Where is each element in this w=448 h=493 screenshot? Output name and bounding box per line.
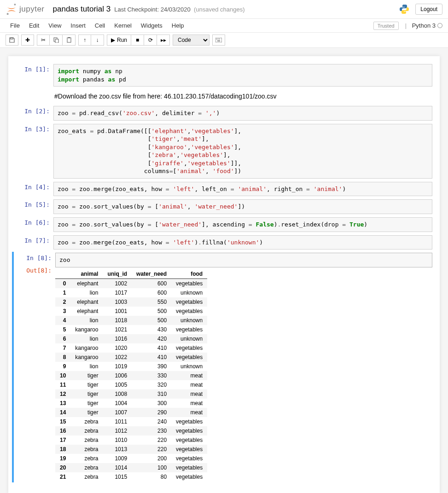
interrupt-button[interactable]: ■ <box>131 35 144 46</box>
kernel-status-icon <box>437 23 442 28</box>
code-cell[interactable]: In [6]: zoo = zoo.sort_values(by = ['wat… <box>12 216 436 233</box>
table-row: 7kangaroo1020410vegetables <box>55 343 207 353</box>
cut-button[interactable]: ✂ <box>37 35 50 46</box>
table-cell: 430 <box>132 325 171 334</box>
python-logo-icon <box>399 4 410 15</box>
row-index: 11 <box>55 380 70 389</box>
code-input[interactable]: zoo_eats = pd.DataFrame([['elephant','ve… <box>53 124 432 179</box>
table-cell: 300 <box>132 399 171 408</box>
copy-icon <box>53 37 59 43</box>
input-prompt: In [3]: <box>12 124 53 179</box>
table-row: 15zebra1011240vegetables <box>55 417 207 426</box>
table-cell: 420 <box>132 334 171 343</box>
table-cell: zebra <box>70 417 103 426</box>
table-cell: 600 <box>132 288 171 297</box>
save-button[interactable] <box>6 35 18 46</box>
notebook-title[interactable]: pandas tutorial 3 <box>53 5 111 14</box>
table-cell: zebra <box>70 472 103 481</box>
table-cell: zebra <box>70 454 103 463</box>
table-cell: 230 <box>132 426 171 435</box>
row-index: 5 <box>55 325 70 334</box>
code-cell[interactable]: In [2]: zoo = pd.read_csv('zoo.csv', del… <box>12 105 436 122</box>
table-cell: 1010 <box>103 435 132 445</box>
table-cell: vegetables <box>171 454 207 463</box>
code-input[interactable]: zoo = zoo.sort_values(by = ['animal', 'w… <box>53 199 432 214</box>
table-cell: 80 <box>132 472 171 481</box>
menu-widgets[interactable]: Widgets <box>136 20 167 31</box>
kernel-indicator[interactable]: | Python 3 <box>405 22 442 29</box>
restart-run-all-button[interactable]: ▸▸ <box>157 35 170 46</box>
table-cell: kangaroo <box>70 343 103 353</box>
paste-icon <box>66 37 72 43</box>
command-palette-button[interactable] <box>212 35 225 46</box>
table-cell: 550 <box>132 297 171 307</box>
code-input[interactable]: zoo = zoo.merge(zoo_eats, how = 'left', … <box>53 182 432 197</box>
table-cell: 1008 <box>103 389 132 399</box>
row-index: 17 <box>55 435 70 445</box>
code-cell[interactable]: In [7]: zoo = zoo.merge(zoo_eats, how = … <box>12 234 436 251</box>
table-row: 9lion1019390unknown <box>55 362 207 371</box>
table-cell: 200 <box>132 454 171 463</box>
code-cell[interactable]: In [5]: zoo = zoo.sort_values(by = ['ani… <box>12 198 436 215</box>
code-input[interactable]: zoo = zoo.sort_values(by = ['water_need'… <box>53 217 432 232</box>
add-cell-button[interactable]: ✚ <box>21 35 34 46</box>
copy-button[interactable] <box>50 35 63 46</box>
menu-edit[interactable]: Edit <box>24 20 44 31</box>
code-cell[interactable]: In [4]: zoo = zoo.merge(zoo_eats, how = … <box>12 181 436 197</box>
table-header <box>55 269 70 279</box>
logo-text: jupyter <box>19 5 45 14</box>
code-cell[interactable]: In [3]: zoo_eats = pd.DataFrame([['eleph… <box>12 123 436 180</box>
code-cell[interactable]: In [1]: import numpy as np import pandas… <box>12 63 436 87</box>
table-cell: 1016 <box>103 334 132 343</box>
run-button[interactable]: ▶Run <box>107 35 131 46</box>
menu-kernel[interactable]: Kernel <box>110 20 136 31</box>
celltype-select[interactable]: Code <box>173 35 209 46</box>
menu-cell[interactable]: Cell <box>90 20 110 31</box>
cut-icon: ✂ <box>41 37 46 43</box>
paste-button[interactable] <box>63 35 76 46</box>
move-down-button[interactable]: ↓ <box>91 35 104 46</box>
table-cell: tiger <box>70 380 103 389</box>
code-cell[interactable]: In [8]: Out[8]: zoo animaluniq_idwater_n… <box>12 252 436 482</box>
menu-view[interactable]: View <box>44 20 66 31</box>
menu-file[interactable]: File <box>6 20 24 31</box>
row-index: 19 <box>55 454 70 463</box>
menubar: File Edit View Insert Cell Kernel Widget… <box>0 19 448 33</box>
table-cell: vegetables <box>171 472 207 481</box>
svg-rect-6 <box>68 37 70 38</box>
table-cell: 1004 <box>103 399 132 408</box>
table-cell: 100 <box>132 463 171 472</box>
table-cell: 1009 <box>103 454 132 463</box>
table-cell: vegetables <box>171 297 207 307</box>
menu-insert[interactable]: Insert <box>66 20 90 31</box>
row-index: 8 <box>55 353 70 362</box>
markdown-cell[interactable]: #Download the zoo.csv file from here: 46… <box>12 89 436 104</box>
table-cell: vegetables <box>171 426 207 435</box>
move-up-button[interactable]: ↑ <box>78 35 91 46</box>
code-input[interactable]: zoo <box>55 253 432 267</box>
svg-point-1 <box>7 13 9 15</box>
table-header: animal <box>70 269 103 279</box>
code-input[interactable]: zoo = pd.read_csv('zoo.csv', delimiter =… <box>53 106 432 121</box>
table-cell: 320 <box>132 380 171 389</box>
stop-icon: ■ <box>136 37 139 43</box>
code-input[interactable]: zoo = zoo.merge(zoo_eats, how = 'left').… <box>53 235 432 250</box>
table-row: 1lion1017600unknown <box>55 288 207 297</box>
table-cell: 410 <box>132 353 171 362</box>
dataframe-table: animaluniq_idwater_needfood 0elephant100… <box>55 269 207 481</box>
toolbar: ✚ ✂ ↑ ↓ ▶Run ■ ⟳ ▸▸ Code <box>0 33 448 48</box>
notebook-container: In [1]: import numpy as np import pandas… <box>0 48 448 493</box>
table-row: 11tiger1005320meat <box>55 380 207 389</box>
table-cell: 500 <box>132 316 171 325</box>
svg-rect-9 <box>218 39 219 40</box>
svg-rect-11 <box>217 41 220 41</box>
logout-button[interactable]: Logout <box>415 4 442 15</box>
menu-help[interactable]: Help <box>167 20 189 31</box>
table-cell: kangaroo <box>70 325 103 334</box>
fast-forward-icon: ▸▸ <box>161 37 166 43</box>
input-prompt: In [5]: <box>12 199 53 214</box>
code-input[interactable]: import numpy as np import pandas as pd <box>53 64 432 87</box>
trusted-badge[interactable]: Trusted <box>373 22 399 30</box>
table-cell: 1002 <box>103 278 132 288</box>
restart-button[interactable]: ⟳ <box>144 35 157 46</box>
